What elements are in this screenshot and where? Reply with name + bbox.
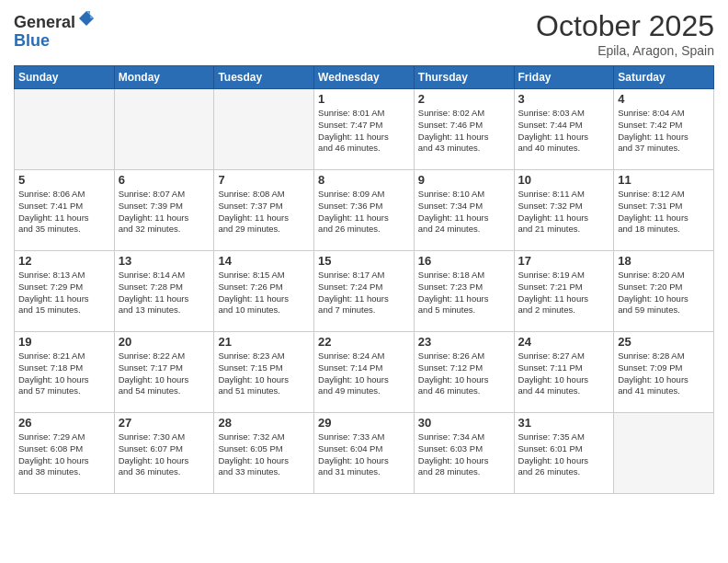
cell-4-5: 31Sunrise: 7:35 AMSunset: 6:01 PMDayligh…: [514, 413, 614, 494]
logo-icon: [77, 9, 96, 28]
day-info: Sunrise: 8:04 AMSunset: 7:42 PMDaylight:…: [618, 108, 710, 155]
header: General Blue October 2025 Epila, Aragon,…: [14, 9, 714, 58]
day-number: 8: [318, 173, 410, 187]
cell-4-0: 26Sunrise: 7:29 AMSunset: 6:08 PMDayligh…: [15, 413, 115, 494]
day-info: Sunrise: 7:33 AMSunset: 6:04 PMDaylight:…: [318, 431, 410, 478]
day-number: 9: [418, 173, 510, 187]
day-number: 7: [218, 173, 310, 187]
day-info: Sunrise: 8:27 AMSunset: 7:11 PMDaylight:…: [518, 350, 610, 397]
cell-1-0: 5Sunrise: 8:06 AMSunset: 7:41 PMDaylight…: [15, 170, 115, 251]
col-monday: Monday: [114, 66, 214, 89]
cell-0-4: 2Sunrise: 8:02 AMSunset: 7:46 PMDaylight…: [414, 89, 514, 170]
day-info: Sunrise: 8:09 AMSunset: 7:36 PMDaylight:…: [318, 189, 410, 236]
col-thursday: Thursday: [414, 66, 514, 89]
cell-3-3: 22Sunrise: 8:24 AMSunset: 7:14 PMDayligh…: [314, 332, 415, 413]
cell-0-0: [15, 89, 115, 170]
cell-4-2: 28Sunrise: 7:32 AMSunset: 6:05 PMDayligh…: [214, 413, 314, 494]
day-info: Sunrise: 8:07 AMSunset: 7:39 PMDaylight:…: [119, 189, 210, 236]
day-number: 30: [418, 416, 510, 430]
day-info: Sunrise: 8:06 AMSunset: 7:41 PMDaylight:…: [18, 189, 110, 236]
week-row-4: 26Sunrise: 7:29 AMSunset: 6:08 PMDayligh…: [15, 413, 714, 494]
day-info: Sunrise: 7:30 AMSunset: 6:07 PMDaylight:…: [119, 431, 210, 478]
cell-2-1: 13Sunrise: 8:14 AMSunset: 7:28 PMDayligh…: [114, 251, 214, 332]
day-info: Sunrise: 8:20 AMSunset: 7:20 PMDaylight:…: [618, 270, 710, 316]
cell-2-6: 18Sunrise: 8:20 AMSunset: 7:20 PMDayligh…: [614, 251, 714, 332]
day-number: 12: [18, 254, 110, 268]
col-tuesday: Tuesday: [214, 66, 314, 89]
day-info: Sunrise: 7:34 AMSunset: 6:03 PMDaylight:…: [418, 431, 510, 478]
day-info: Sunrise: 8:12 AMSunset: 7:31 PMDaylight:…: [618, 189, 710, 236]
day-number: 13: [119, 254, 210, 268]
day-info: Sunrise: 8:03 AMSunset: 7:44 PMDaylight:…: [518, 108, 610, 155]
day-info: Sunrise: 8:14 AMSunset: 7:28 PMDaylight:…: [119, 270, 210, 316]
cell-0-1: [114, 89, 214, 170]
day-number: 20: [119, 335, 210, 349]
day-number: 21: [218, 335, 310, 349]
logo-blue-text: Blue: [14, 32, 96, 51]
calendar-header-row: Sunday Monday Tuesday Wednesday Thursday…: [15, 66, 714, 89]
cell-2-5: 17Sunrise: 8:19 AMSunset: 7:21 PMDayligh…: [514, 251, 614, 332]
logo-general-text: General: [14, 13, 75, 31]
cell-3-6: 25Sunrise: 8:28 AMSunset: 7:09 PMDayligh…: [614, 332, 714, 413]
logo: General Blue: [14, 9, 96, 51]
day-number: 25: [618, 335, 710, 349]
day-info: Sunrise: 7:29 AMSunset: 6:08 PMDaylight:…: [18, 431, 110, 478]
day-info: Sunrise: 8:18 AMSunset: 7:23 PMDaylight:…: [418, 270, 510, 316]
cell-0-5: 3Sunrise: 8:03 AMSunset: 7:44 PMDaylight…: [514, 89, 614, 170]
cell-3-2: 21Sunrise: 8:23 AMSunset: 7:15 PMDayligh…: [214, 332, 314, 413]
calendar-page: General Blue October 2025 Epila, Aragon,…: [0, 0, 728, 563]
day-number: 11: [618, 173, 710, 187]
day-number: 31: [518, 416, 610, 430]
day-info: Sunrise: 7:35 AMSunset: 6:01 PMDaylight:…: [518, 431, 610, 478]
cell-2-3: 15Sunrise: 8:17 AMSunset: 7:24 PMDayligh…: [314, 251, 415, 332]
day-number: 17: [518, 254, 610, 268]
cell-1-4: 9Sunrise: 8:10 AMSunset: 7:34 PMDaylight…: [414, 170, 514, 251]
day-info: Sunrise: 8:23 AMSunset: 7:15 PMDaylight:…: [218, 350, 310, 397]
day-info: Sunrise: 8:24 AMSunset: 7:14 PMDaylight:…: [318, 350, 410, 397]
day-number: 10: [518, 173, 610, 187]
day-info: Sunrise: 8:01 AMSunset: 7:47 PMDaylight:…: [318, 108, 410, 155]
cell-3-5: 24Sunrise: 8:27 AMSunset: 7:11 PMDayligh…: [514, 332, 614, 413]
cell-0-3: 1Sunrise: 8:01 AMSunset: 7:47 PMDaylight…: [314, 89, 415, 170]
day-number: 2: [418, 92, 510, 106]
day-info: Sunrise: 8:11 AMSunset: 7:32 PMDaylight:…: [518, 189, 610, 236]
col-saturday: Saturday: [614, 66, 714, 89]
day-info: Sunrise: 8:21 AMSunset: 7:18 PMDaylight:…: [18, 350, 110, 397]
day-info: Sunrise: 8:15 AMSunset: 7:26 PMDaylight:…: [218, 270, 310, 316]
cell-1-2: 7Sunrise: 8:08 AMSunset: 7:37 PMDaylight…: [214, 170, 314, 251]
cell-4-1: 27Sunrise: 7:30 AMSunset: 6:07 PMDayligh…: [114, 413, 214, 494]
day-info: Sunrise: 8:10 AMSunset: 7:34 PMDaylight:…: [418, 189, 510, 236]
cell-0-2: [214, 89, 314, 170]
cell-4-6: [614, 413, 714, 494]
day-number: 22: [318, 335, 410, 349]
month-title: October 2025: [536, 9, 714, 43]
col-wednesday: Wednesday: [314, 66, 415, 89]
col-friday: Friday: [514, 66, 614, 89]
day-info: Sunrise: 8:08 AMSunset: 7:37 PMDaylight:…: [218, 189, 310, 236]
cell-4-4: 30Sunrise: 7:34 AMSunset: 6:03 PMDayligh…: [414, 413, 514, 494]
day-number: 23: [418, 335, 510, 349]
day-number: 3: [518, 92, 610, 106]
cell-3-4: 23Sunrise: 8:26 AMSunset: 7:12 PMDayligh…: [414, 332, 514, 413]
day-info: Sunrise: 8:26 AMSunset: 7:12 PMDaylight:…: [418, 350, 510, 397]
day-number: 6: [119, 173, 210, 187]
cell-2-4: 16Sunrise: 8:18 AMSunset: 7:23 PMDayligh…: [414, 251, 514, 332]
cell-1-6: 11Sunrise: 8:12 AMSunset: 7:31 PMDayligh…: [614, 170, 714, 251]
cell-1-5: 10Sunrise: 8:11 AMSunset: 7:32 PMDayligh…: [514, 170, 614, 251]
day-number: 5: [18, 173, 110, 187]
day-number: 16: [418, 254, 510, 268]
calendar-table: Sunday Monday Tuesday Wednesday Thursday…: [14, 65, 714, 494]
day-number: 29: [318, 416, 410, 430]
cell-2-0: 12Sunrise: 8:13 AMSunset: 7:29 PMDayligh…: [15, 251, 115, 332]
day-info: Sunrise: 7:32 AMSunset: 6:05 PMDaylight:…: [218, 431, 310, 478]
cell-2-2: 14Sunrise: 8:15 AMSunset: 7:26 PMDayligh…: [214, 251, 314, 332]
week-row-2: 12Sunrise: 8:13 AMSunset: 7:29 PMDayligh…: [15, 251, 714, 332]
week-row-0: 1Sunrise: 8:01 AMSunset: 7:47 PMDaylight…: [15, 89, 714, 170]
day-number: 19: [18, 335, 110, 349]
col-sunday: Sunday: [15, 66, 115, 89]
day-number: 15: [318, 254, 410, 268]
day-number: 1: [318, 92, 410, 106]
day-number: 4: [618, 92, 710, 106]
day-number: 24: [518, 335, 610, 349]
day-info: Sunrise: 8:13 AMSunset: 7:29 PMDaylight:…: [18, 270, 110, 316]
